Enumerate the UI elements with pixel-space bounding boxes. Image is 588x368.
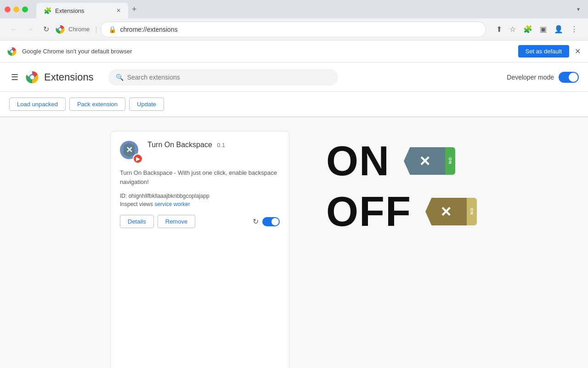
set-default-button[interactable]: Set as default	[518, 45, 570, 58]
tab-title: Extensions	[55, 7, 85, 14]
extension-id: ID: ohignhllfbkllaaajbknbbgcoplajapp	[120, 193, 280, 199]
on-badge: ✕ ON	[404, 147, 455, 175]
sidebar-menu-button[interactable]: ☰	[9, 70, 20, 84]
profile-button[interactable]: 👤	[551, 22, 566, 36]
off-badge-toggle-text: ON	[469, 208, 474, 215]
search-icon: 🔍	[116, 74, 124, 81]
pack-extension-button[interactable]: Pack extension	[69, 98, 125, 111]
off-badge-toggle: ON	[467, 198, 477, 225]
back-button[interactable]: ←	[7, 23, 20, 36]
reload-extension-button[interactable]: ↻	[253, 217, 259, 226]
bookmark-button[interactable]: ☆	[507, 22, 519, 36]
extension-card: ✕ ▶ Turn On Backspace 0.1 Turn On Backsp…	[110, 131, 289, 368]
svg-text:✕: ✕	[126, 145, 133, 155]
reload-button[interactable]: ↻	[40, 22, 52, 36]
forward-button[interactable]: →	[24, 23, 37, 36]
developer-mode-toggle[interactable]	[559, 72, 579, 83]
extension-badge: ▶	[133, 154, 143, 164]
address-bar[interactable]: 🔒 chrome://extensions	[101, 22, 486, 37]
right-visuals: ON ✕ ON OFF ✕ ON	[326, 140, 477, 368]
on-badge-x-icon: ✕	[419, 153, 430, 169]
details-button[interactable]: Details	[120, 215, 154, 228]
svg-point-8	[30, 75, 34, 79]
extension-inspect: Inspect views service worker	[120, 201, 280, 207]
info-close-button[interactable]: ✕	[575, 47, 581, 56]
tab-dropdown-icon[interactable]: ▾	[573, 6, 583, 12]
dev-mode-label: Developer mode	[507, 74, 554, 81]
chrome-logo-ext	[26, 71, 39, 84]
chrome-logo-info	[7, 47, 17, 56]
minimize-window-button[interactable]	[13, 6, 19, 12]
remove-button[interactable]: Remove	[158, 215, 195, 228]
toolbar: Load unpacked Pack extension Update	[0, 92, 588, 117]
tab-extensions-icon: 🧩	[44, 7, 51, 14]
extension-description: Turn On Backspace - With just one click,…	[120, 168, 280, 186]
info-message: Google Chrome isn't your default browser	[22, 48, 513, 55]
active-tab[interactable]: 🧩 Extensions ✕	[36, 3, 128, 18]
off-text: OFF	[326, 191, 412, 232]
page-title: Extensions	[44, 71, 94, 83]
on-badge-toggle-text: ON	[448, 157, 452, 165]
new-tab-button[interactable]: +	[128, 3, 141, 16]
maximize-window-button[interactable]	[22, 6, 28, 12]
load-unpacked-button[interactable]: Load unpacked	[9, 98, 66, 111]
on-badge-toggle: ON	[445, 147, 455, 175]
on-text: ON	[326, 140, 390, 182]
on-badge-shape: ✕	[404, 147, 445, 175]
on-visual-row: ON ✕ ON	[326, 140, 477, 182]
dev-mode-section: Developer mode	[507, 72, 579, 83]
nav-actions: ⬆ ☆ 🧩 ▣ 👤 ⋮	[493, 22, 581, 36]
chrome-menu-button[interactable]: ⋮	[568, 22, 581, 36]
chrome-label: Chrome	[68, 26, 90, 33]
chrome-logo-nav	[56, 25, 65, 34]
sidebar-button[interactable]: ▣	[537, 22, 549, 36]
inspect-label: Inspect views	[120, 201, 153, 207]
window-controls	[5, 6, 28, 12]
close-window-button[interactable]	[5, 6, 11, 12]
extension-version: 0.1	[217, 142, 225, 149]
extension-name: Turn On Backspace	[147, 141, 212, 149]
off-visual-row: OFF ✕ ON	[326, 191, 477, 232]
extension-toggle[interactable]	[262, 217, 280, 226]
off-badge: ✕ ON	[425, 198, 477, 225]
service-worker-link[interactable]: service worker	[154, 201, 190, 207]
off-badge-x-icon: ✕	[440, 204, 452, 220]
nav-bar: ← → ↻ Chrome | 🔒 chrome://extensions ⬆ ☆…	[0, 18, 588, 40]
main-content: ✕ ▶ Turn On Backspace 0.1 Turn On Backsp…	[0, 117, 588, 368]
off-badge-shape: ✕	[425, 198, 467, 225]
info-bar: Google Chrome isn't your default browser…	[0, 40, 588, 63]
extensions-nav-button[interactable]: 🧩	[520, 22, 535, 36]
search-bar: 🔍	[108, 69, 338, 86]
tab-bar: 🧩 Extensions ✕ + ▾	[36, 0, 583, 18]
share-button[interactable]: ⬆	[493, 22, 505, 36]
update-button[interactable]: Update	[129, 98, 164, 111]
svg-point-2	[59, 28, 62, 31]
address-security-icon: 🔒	[108, 26, 116, 33]
svg-point-5	[11, 50, 13, 53]
extension-icon-wrap: ✕ ▶	[120, 141, 142, 163]
extension-card-header: ✕ ▶ Turn On Backspace 0.1	[120, 141, 280, 163]
extension-actions: Details Remove ↻	[120, 215, 280, 228]
search-input[interactable]	[127, 74, 331, 81]
tab-close-button[interactable]: ✕	[116, 7, 121, 14]
title-bar: 🧩 Extensions ✕ + ▾	[0, 0, 588, 18]
extensions-header: ☰ Extensions 🔍 Developer mode	[0, 63, 588, 92]
address-text: chrome://extensions	[120, 26, 177, 33]
